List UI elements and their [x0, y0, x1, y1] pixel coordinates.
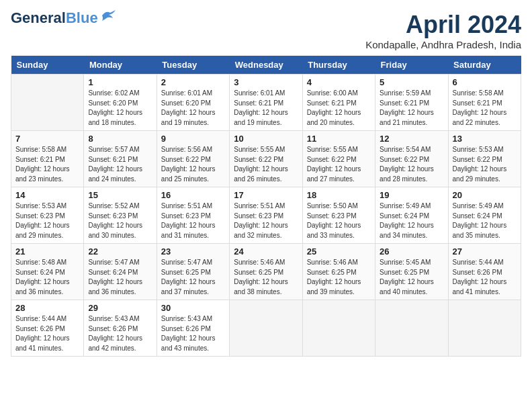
day-info: Sunrise: 5:53 AMSunset: 6:23 PMDaylight:… [15, 201, 79, 240]
calendar-cell: 30Sunrise: 5:43 AMSunset: 6:26 PMDayligh… [157, 300, 229, 357]
logo-bird-icon [101, 10, 116, 21]
day-number: 8 [88, 134, 152, 144]
day-number: 4 [307, 77, 371, 87]
calendar-cell [230, 300, 302, 357]
calendar-cell: 20Sunrise: 5:49 AMSunset: 6:24 PMDayligh… [448, 187, 521, 244]
day-info: Sunrise: 5:51 AMSunset: 6:23 PMDaylight:… [234, 201, 298, 240]
day-number: 3 [234, 77, 298, 87]
day-info: Sunrise: 5:44 AMSunset: 6:26 PMDaylight:… [15, 314, 79, 353]
calendar-cell: 1Sunrise: 6:02 AMSunset: 6:20 PMDaylight… [84, 75, 157, 131]
day-number: 13 [453, 134, 517, 144]
day-info: Sunrise: 5:52 AMSunset: 6:23 PMDaylight:… [88, 201, 152, 240]
day-info: Sunrise: 5:49 AMSunset: 6:24 PMDaylight:… [453, 201, 517, 240]
calendar-cell: 14Sunrise: 5:53 AMSunset: 6:23 PMDayligh… [11, 187, 84, 244]
calendar-cell: 15Sunrise: 5:52 AMSunset: 6:23 PMDayligh… [84, 187, 157, 244]
day-info: Sunrise: 5:46 AMSunset: 6:25 PMDaylight:… [234, 258, 298, 297]
day-number: 22 [88, 246, 152, 257]
day-number: 21 [15, 246, 79, 257]
day-info: Sunrise: 5:49 AMSunset: 6:24 PMDaylight:… [380, 201, 443, 240]
calendar-cell: 21Sunrise: 5:48 AMSunset: 6:24 PMDayligh… [11, 244, 84, 300]
day-number: 17 [234, 190, 298, 200]
day-number: 23 [161, 246, 225, 257]
calendar-cell: 3Sunrise: 6:01 AMSunset: 6:21 PMDaylight… [230, 75, 302, 131]
calendar-cell [448, 300, 521, 357]
day-number: 1 [88, 77, 152, 87]
day-info: Sunrise: 5:47 AMSunset: 6:25 PMDaylight:… [161, 258, 225, 297]
day-number: 24 [234, 246, 298, 257]
calendar-cell: 8Sunrise: 5:57 AMSunset: 6:21 PMDaylight… [84, 131, 157, 187]
calendar-week-row: 21Sunrise: 5:48 AMSunset: 6:24 PMDayligh… [11, 244, 521, 300]
day-info: Sunrise: 5:56 AMSunset: 6:22 PMDaylight:… [161, 145, 225, 184]
calendar-cell: 11Sunrise: 5:55 AMSunset: 6:22 PMDayligh… [302, 131, 375, 187]
day-info: Sunrise: 5:58 AMSunset: 6:21 PMDaylight:… [453, 89, 517, 128]
calendar-cell: 12Sunrise: 5:54 AMSunset: 6:22 PMDayligh… [375, 131, 448, 187]
calendar-cell: 16Sunrise: 5:51 AMSunset: 6:23 PMDayligh… [157, 187, 229, 244]
calendar-cell: 18Sunrise: 5:50 AMSunset: 6:23 PMDayligh… [302, 187, 375, 244]
day-info: Sunrise: 5:43 AMSunset: 6:26 PMDaylight:… [161, 314, 225, 353]
location: Kondapalle, Andhra Pradesh, India [365, 39, 521, 50]
calendar-header-row: SundayMondayTuesdayWednesdayThursdayFrid… [11, 56, 521, 75]
day-info: Sunrise: 5:45 AMSunset: 6:25 PMDaylight:… [380, 258, 443, 297]
title-block: April 2024 Kondapalle, Andhra Pradesh, I… [365, 11, 521, 50]
day-info: Sunrise: 6:01 AMSunset: 6:20 PMDaylight:… [161, 89, 225, 128]
col-header-thursday: Thursday [302, 56, 375, 75]
calendar-week-row: 28Sunrise: 5:44 AMSunset: 6:26 PMDayligh… [11, 300, 521, 357]
day-info: Sunrise: 5:53 AMSunset: 6:22 PMDaylight:… [453, 145, 517, 184]
col-header-friday: Friday [375, 56, 448, 75]
calendar-cell: 22Sunrise: 5:47 AMSunset: 6:24 PMDayligh… [84, 244, 157, 300]
calendar-week-row: 7Sunrise: 5:58 AMSunset: 6:21 PMDaylight… [11, 131, 521, 187]
day-info: Sunrise: 5:51 AMSunset: 6:23 PMDaylight:… [161, 201, 225, 240]
day-info: Sunrise: 5:58 AMSunset: 6:21 PMDaylight:… [15, 145, 79, 184]
day-number: 16 [161, 190, 225, 200]
day-info: Sunrise: 5:50 AMSunset: 6:23 PMDaylight:… [307, 201, 371, 240]
calendar-cell: 27Sunrise: 5:44 AMSunset: 6:26 PMDayligh… [448, 244, 521, 300]
calendar-cell: 17Sunrise: 5:51 AMSunset: 6:23 PMDayligh… [230, 187, 302, 244]
day-number: 5 [380, 77, 443, 87]
col-header-saturday: Saturday [448, 56, 521, 75]
col-header-monday: Monday [84, 56, 157, 75]
day-info: Sunrise: 5:46 AMSunset: 6:25 PMDaylight:… [307, 258, 371, 297]
logo: GeneralBlue [11, 11, 116, 26]
calendar-cell: 9Sunrise: 5:56 AMSunset: 6:22 PMDaylight… [157, 131, 229, 187]
calendar-cell: 29Sunrise: 5:43 AMSunset: 6:26 PMDayligh… [84, 300, 157, 357]
calendar-cell: 7Sunrise: 5:58 AMSunset: 6:21 PMDaylight… [11, 131, 84, 187]
day-number: 6 [453, 77, 517, 87]
day-number: 11 [307, 134, 371, 144]
day-info: Sunrise: 5:59 AMSunset: 6:21 PMDaylight:… [380, 89, 443, 128]
day-number: 14 [15, 190, 79, 200]
calendar-cell [302, 300, 375, 357]
calendar-week-row: 14Sunrise: 5:53 AMSunset: 6:23 PMDayligh… [11, 187, 521, 244]
day-number: 15 [88, 190, 152, 200]
month-title: April 2024 [365, 11, 521, 39]
calendar-cell [11, 75, 84, 131]
day-info: Sunrise: 5:44 AMSunset: 6:26 PMDaylight:… [453, 258, 517, 297]
calendar-week-row: 1Sunrise: 6:02 AMSunset: 6:20 PMDaylight… [11, 75, 521, 131]
day-info: Sunrise: 6:00 AMSunset: 6:21 PMDaylight:… [307, 89, 371, 128]
calendar-cell: 19Sunrise: 5:49 AMSunset: 6:24 PMDayligh… [375, 187, 448, 244]
day-number: 2 [161, 77, 225, 87]
day-number: 19 [380, 190, 443, 200]
day-info: Sunrise: 5:55 AMSunset: 6:22 PMDaylight:… [307, 145, 371, 184]
day-number: 27 [453, 246, 517, 257]
day-info: Sunrise: 5:48 AMSunset: 6:24 PMDaylight:… [15, 258, 79, 297]
calendar-table: SundayMondayTuesdayWednesdayThursdayFrid… [11, 56, 521, 357]
day-info: Sunrise: 5:43 AMSunset: 6:26 PMDaylight:… [88, 314, 152, 353]
day-info: Sunrise: 5:55 AMSunset: 6:22 PMDaylight:… [234, 145, 298, 184]
calendar-cell: 4Sunrise: 6:00 AMSunset: 6:21 PMDaylight… [302, 75, 375, 131]
calendar-cell: 26Sunrise: 5:45 AMSunset: 6:25 PMDayligh… [375, 244, 448, 300]
col-header-wednesday: Wednesday [230, 56, 302, 75]
calendar-cell: 2Sunrise: 6:01 AMSunset: 6:20 PMDaylight… [157, 75, 229, 131]
day-number: 18 [307, 190, 371, 200]
day-info: Sunrise: 5:57 AMSunset: 6:21 PMDaylight:… [88, 145, 152, 184]
col-header-sunday: Sunday [11, 56, 84, 75]
col-header-tuesday: Tuesday [157, 56, 229, 75]
day-number: 10 [234, 134, 298, 144]
page-header: GeneralBlue April 2024 Kondapalle, Andhr… [11, 11, 521, 50]
calendar-cell: 25Sunrise: 5:46 AMSunset: 6:25 PMDayligh… [302, 244, 375, 300]
day-number: 12 [380, 134, 443, 144]
day-number: 26 [380, 246, 443, 257]
calendar-cell: 6Sunrise: 5:58 AMSunset: 6:21 PMDaylight… [448, 75, 521, 131]
calendar-cell: 23Sunrise: 5:47 AMSunset: 6:25 PMDayligh… [157, 244, 229, 300]
calendar-cell [375, 300, 448, 357]
calendar-cell: 24Sunrise: 5:46 AMSunset: 6:25 PMDayligh… [230, 244, 302, 300]
